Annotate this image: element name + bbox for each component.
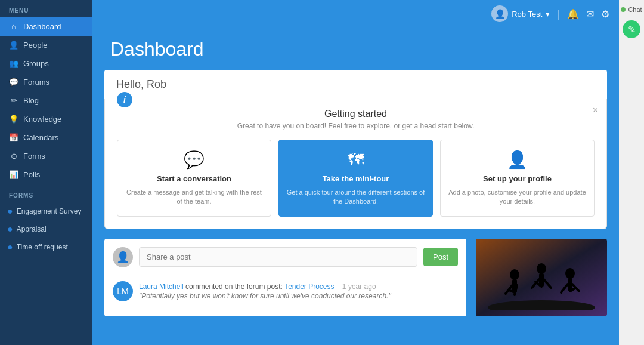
- activity-quote: "Potentially yes but we won't know for s…: [139, 292, 391, 300]
- content-area: Dashboard Hello, Rob i × Getting started…: [92, 27, 619, 345]
- chat-fab-icon: ✎: [628, 24, 636, 35]
- conversation-icon: 💬: [184, 150, 205, 170]
- svg-point-6: [537, 263, 546, 274]
- svg-point-11: [565, 268, 575, 279]
- groups-icon: 👥: [9, 59, 18, 68]
- getting-started-card: i × Getting started Great to have you on…: [104, 99, 607, 229]
- user-name: Rob Test: [512, 10, 542, 19]
- svg-line-9: [544, 279, 551, 288]
- sidebar-item-dashboard[interactable]: ⌂ Dashboard: [0, 17, 92, 36]
- gs-option-profile-title: Set up your profile: [483, 174, 552, 183]
- user-avatar: 👤: [491, 5, 508, 22]
- settings-icon[interactable]: ⚙: [601, 8, 609, 20]
- chat-dot: [621, 7, 626, 12]
- svg-point-0: [488, 300, 595, 310]
- gs-option-conversation[interactable]: 💬 Start a conversation Create a message …: [117, 140, 271, 217]
- knowledge-icon: 💡: [9, 115, 18, 124]
- sidebar-item-calendars[interactable]: 📅 Calendars: [0, 128, 92, 147]
- gs-option-profile-desc: Add a photo, customise your profile and …: [448, 188, 587, 207]
- appraisal-dot: ●: [7, 224, 13, 235]
- forums-icon: 💬: [9, 78, 18, 87]
- svg-point-1: [510, 269, 519, 280]
- sidebar-form-timeoff[interactable]: ● Time off request: [0, 238, 92, 256]
- menu-label: MENU: [0, 0, 92, 17]
- bottom-section: 👤 Post LM Laura Mitchell commented on th…: [104, 239, 607, 316]
- forms-icon: ⊙: [9, 152, 18, 161]
- chat-fab-button[interactable]: ✎: [623, 20, 640, 38]
- sidebar-form-appraisal[interactable]: ● Appraisal: [0, 220, 92, 238]
- hello-text: Hello, Rob: [116, 78, 166, 90]
- people-icon: 👤: [9, 41, 18, 50]
- activity-post-link[interactable]: Tender Process: [284, 282, 334, 291]
- dashboard-icon: ⌂: [9, 22, 18, 31]
- main-area: 👤 Rob Test ▾ | 🔔 ✉ ⚙ Dashboard Hello, Ro…: [92, 0, 619, 345]
- gs-title: Getting started: [117, 109, 595, 119]
- user-caret: ▾: [546, 10, 550, 19]
- image-panel: [476, 239, 607, 316]
- gs-subtitle: Great to have you on board! Feel free to…: [117, 122, 595, 130]
- sidebar-item-forums[interactable]: 💬 Forums: [0, 73, 92, 91]
- profile-icon: 👤: [507, 150, 528, 170]
- forms-section-label: FORMS: [0, 184, 92, 202]
- polls-icon: 📊: [9, 170, 18, 179]
- notifications-icon[interactable]: 🔔: [567, 8, 579, 20]
- sidebar-item-people[interactable]: 👤 People: [0, 36, 92, 54]
- calendars-icon: 📅: [9, 133, 18, 142]
- timeoff-dot: ●: [7, 242, 13, 252]
- sidebar-item-groups[interactable]: 👥 Groups: [0, 54, 92, 73]
- gs-options: 💬 Start a conversation Create a message …: [117, 140, 595, 217]
- post-avatar: 👤: [113, 247, 133, 267]
- minitour-icon: 🗺: [348, 150, 364, 170]
- post-input[interactable]: [139, 247, 417, 267]
- gs-option-minitour-desc: Get a quick tour around the different se…: [286, 188, 425, 207]
- gs-option-conversation-title: Start a conversation: [157, 174, 231, 183]
- sidebar-item-polls[interactable]: 📊 Polls: [0, 165, 92, 184]
- image-panel-inner: [476, 239, 607, 316]
- right-panel: Chat ✎: [619, 0, 644, 345]
- gs-option-minitour-title: Take the mini-tour: [323, 174, 389, 183]
- post-area: 👤 Post LM Laura Mitchell commented on th…: [104, 239, 466, 316]
- page-title: Dashboard: [110, 38, 601, 60]
- blog-icon: ✏: [9, 96, 18, 105]
- sidebar-item-knowledge[interactable]: 💡 Knowledge: [0, 110, 92, 128]
- svg-line-13: [561, 284, 568, 292]
- gs-option-conversation-desc: Create a message and get talking with th…: [125, 188, 264, 207]
- engagement-dot: ●: [7, 206, 13, 217]
- activity-content: Laura Mitchell commented on the forum po…: [139, 281, 391, 300]
- close-button[interactable]: ×: [593, 105, 598, 116]
- info-icon: i: [117, 92, 132, 107]
- activity-user-link[interactable]: Laura Mitchell: [139, 282, 184, 291]
- user-menu[interactable]: 👤 Rob Test ▾: [491, 5, 550, 22]
- activity-text: Laura Mitchell commented on the forum po…: [139, 281, 391, 292]
- page-title-area: Dashboard: [92, 27, 619, 70]
- topbar: 👤 Rob Test ▾ | 🔔 ✉ ⚙: [92, 0, 619, 27]
- sidebar: MENU ⌂ Dashboard 👤 People 👥 Groups 💬 For…: [0, 0, 92, 345]
- sidebar-item-forms[interactable]: ⊙ Forms: [0, 147, 92, 165]
- topbar-divider1: |: [557, 8, 560, 20]
- activity-time: – 1 year ago: [336, 282, 376, 291]
- activity-item: LM Laura Mitchell commented on the forum…: [113, 275, 458, 301]
- activity-action: commented on the forum post:: [185, 282, 283, 291]
- sidebar-item-blog[interactable]: ✏ Blog: [0, 91, 92, 110]
- sidebar-form-engagement[interactable]: ● Engagement Survey: [0, 202, 92, 220]
- post-input-row: 👤 Post: [113, 247, 458, 267]
- post-button[interactable]: Post: [423, 248, 458, 266]
- activity-avatar: LM: [113, 281, 133, 301]
- gs-option-profile[interactable]: 👤 Set up your profile Add a photo, custo…: [440, 140, 595, 217]
- hello-bar: Hello, Rob: [104, 70, 607, 99]
- gs-option-minitour[interactable]: 🗺 Take the mini-tour Get a quick tour ar…: [278, 140, 433, 217]
- silhouette-svg: [482, 257, 601, 310]
- chat-label: Chat: [621, 6, 642, 13]
- mail-icon[interactable]: ✉: [586, 8, 594, 20]
